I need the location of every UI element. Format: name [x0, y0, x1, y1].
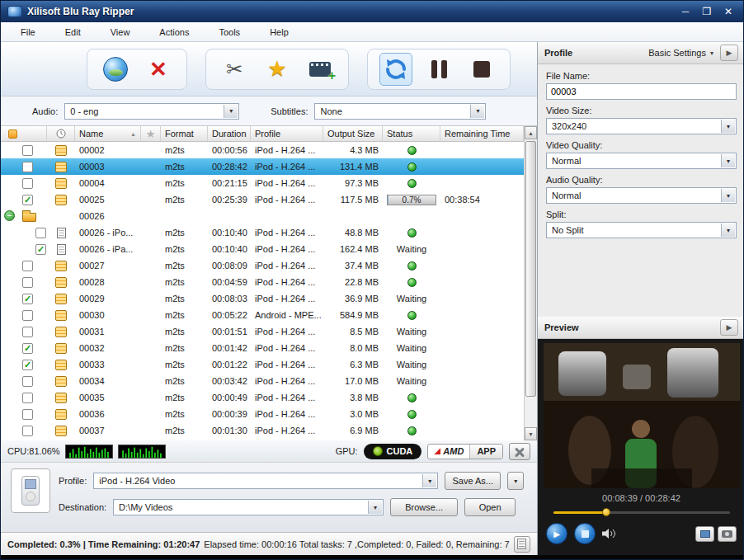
snapshot-button[interactable]: [718, 526, 737, 542]
table-row[interactable]: ✓00032m2ts00:01:42iPod - H.264 ...8.0 MB…: [1, 340, 524, 356]
table-row[interactable]: −00026: [1, 208, 524, 224]
row-checkbox[interactable]: [22, 426, 33, 436]
menu-item-tools[interactable]: Tools: [219, 27, 240, 37]
minimize-button[interactable]: ─: [677, 5, 694, 18]
row-checkbox[interactable]: ✓: [22, 360, 33, 370]
browse-button[interactable]: Browse...: [390, 498, 458, 516]
seek-slider[interactable]: [553, 507, 730, 517]
maximize-button[interactable]: ❐: [699, 5, 715, 18]
scroll-up-button[interactable]: ▲: [525, 126, 537, 139]
amd-app-button[interactable]: AMD APP: [427, 444, 503, 459]
vertical-scrollbar[interactable]: ▲ ▼: [524, 126, 537, 440]
clip-button[interactable]: ✂: [218, 53, 251, 86]
scroll-down-button[interactable]: ▼: [525, 427, 537, 440]
row-checkbox[interactable]: [35, 228, 46, 238]
save-as-menu-button[interactable]: ▾: [507, 472, 524, 490]
row-checkbox[interactable]: ✓: [22, 343, 33, 354]
menu-item-actions[interactable]: Actions: [159, 27, 189, 37]
audio-quality-select[interactable]: Normal ▾: [546, 187, 737, 204]
header-status[interactable]: Status: [383, 126, 440, 141]
table-row[interactable]: 00004m2ts00:21:15iPod - H.264 ...97.3 MB: [1, 175, 524, 191]
table-row[interactable]: 00003m2ts00:28:42iPod - H.264 ...131.4 M…: [1, 158, 524, 175]
destination-select[interactable]: D:\My Videos ▾: [113, 499, 384, 515]
scrollbar-thumb[interactable]: [525, 141, 536, 397]
row-checkbox[interactable]: [22, 261, 33, 271]
expand-profile-button[interactable]: ▶: [720, 45, 738, 61]
header-profile[interactable]: Profile: [251, 126, 323, 141]
header-name[interactable]: Name ▲: [75, 126, 141, 141]
chevron-down-icon[interactable]: ▾: [422, 474, 436, 487]
header-format[interactable]: Format: [161, 126, 208, 141]
play-button[interactable]: ▶: [546, 523, 567, 544]
table-row[interactable]: 00026 - iPo...m2ts00:10:40iPod - H.264 .…: [1, 224, 524, 241]
effects-button[interactable]: ★: [261, 53, 294, 86]
table-row[interactable]: 00028m2ts00:04:59iPod - H.264 ...22.8 MB: [1, 274, 524, 290]
row-checkbox[interactable]: [22, 376, 33, 387]
header-type-column[interactable]: [47, 126, 75, 141]
report-button[interactable]: [514, 536, 530, 553]
collapse-icon[interactable]: −: [4, 210, 15, 221]
table-row[interactable]: ✓00029m2ts00:08:03iPod - H.264 ...36.9 M…: [1, 290, 524, 307]
table-row[interactable]: ✓00026 - iPa...m2ts00:10:40iPod - H.264 …: [1, 241, 524, 257]
pause-button[interactable]: [422, 53, 455, 86]
split-select[interactable]: No Split ▾: [546, 222, 737, 238]
row-checkbox[interactable]: [22, 310, 33, 321]
chevron-down-icon[interactable]: ▾: [721, 154, 735, 167]
row-checkbox[interactable]: [22, 409, 33, 420]
menu-item-view[interactable]: View: [111, 27, 130, 37]
row-checkbox[interactable]: ✓: [35, 244, 46, 255]
close-button[interactable]: ✕: [720, 5, 737, 18]
stop-playback-button[interactable]: [574, 523, 596, 544]
chevron-down-icon[interactable]: ▾: [470, 105, 484, 118]
chevron-down-icon[interactable]: ▾: [721, 224, 735, 237]
row-checkbox[interactable]: [22, 393, 33, 403]
video-size-select[interactable]: 320x240 ▾: [546, 118, 737, 134]
stop-button[interactable]: [465, 53, 498, 86]
table-row[interactable]: 00037m2ts00:01:30iPod - H.264 ...6.9 MB: [1, 422, 524, 439]
header-output-size[interactable]: Output Size: [323, 126, 383, 141]
cuda-button[interactable]: CUDA: [364, 444, 422, 459]
menu-item-file[interactable]: File: [21, 27, 35, 37]
convert-button[interactable]: [379, 53, 412, 86]
table-row[interactable]: ✓00033m2ts00:01:22iPod - H.264 ...6.3 MB…: [1, 356, 524, 373]
preset-select[interactable]: Basic Settings ▾: [648, 48, 713, 58]
header-check-column[interactable]: [1, 126, 47, 141]
open-button[interactable]: Open: [464, 498, 516, 516]
table-row[interactable]: 00027m2ts00:08:09iPod - H.264 ...37.4 MB: [1, 257, 524, 274]
video-quality-select[interactable]: Normal ▾: [546, 153, 737, 169]
row-checkbox[interactable]: [22, 178, 33, 189]
apply-to-all-button[interactable]: [695, 526, 714, 542]
row-checkbox[interactable]: [22, 145, 33, 156]
seek-thumb[interactable]: [602, 508, 610, 516]
row-checkbox[interactable]: [22, 327, 33, 337]
audio-select[interactable]: 0 - eng ▾: [64, 103, 239, 120]
subtitles-select[interactable]: None ▾: [314, 103, 486, 120]
save-as-button[interactable]: Save As...: [445, 472, 501, 490]
table-row[interactable]: 00030m2ts00:05:22Android - MPE...584.9 M…: [1, 307, 524, 323]
gpu-settings-button[interactable]: [509, 443, 530, 460]
table-row[interactable]: ✓00025m2ts00:25:39iPod - H.264 ...117.5 …: [1, 191, 524, 208]
menu-item-edit[interactable]: Edit: [65, 27, 81, 37]
row-checkbox[interactable]: [22, 162, 33, 172]
chevron-down-icon[interactable]: ▾: [721, 189, 735, 202]
profile-select[interactable]: iPod - H.264 Video ▾: [93, 473, 438, 489]
table-row[interactable]: 00034m2ts00:03:42iPod - H.264 ...17.0 MB…: [1, 373, 524, 389]
volume-icon[interactable]: [602, 528, 617, 539]
merge-button[interactable]: [304, 53, 337, 86]
table-row[interactable]: 00031m2ts00:01:51iPod - H.264 ...8.5 MBW…: [1, 323, 524, 340]
table-row[interactable]: 00035m2ts00:00:49iPod - H.264 ...3.8 MB: [1, 389, 524, 406]
open-disc-button[interactable]: [99, 53, 132, 86]
row-checkbox[interactable]: ✓: [22, 294, 33, 304]
file-name-field[interactable]: [546, 83, 737, 100]
menu-item-help[interactable]: Help: [270, 27, 289, 37]
chevron-down-icon[interactable]: ▾: [368, 501, 382, 514]
table-row[interactable]: 00002m2ts00:00:56iPod - H.264 ...4.3 MB: [1, 142, 524, 158]
chevron-down-icon[interactable]: ▾: [721, 120, 735, 133]
expand-preview-button[interactable]: ▶: [720, 319, 738, 336]
row-checkbox[interactable]: ✓: [22, 195, 33, 205]
header-duration[interactable]: Duration: [208, 126, 251, 141]
header-favorite[interactable]: ★: [141, 126, 161, 141]
chevron-down-icon[interactable]: ▾: [224, 105, 238, 118]
row-checkbox[interactable]: [22, 277, 33, 288]
table-row[interactable]: 00036m2ts00:00:39iPod - H.264 ...3.0 MB: [1, 406, 524, 422]
